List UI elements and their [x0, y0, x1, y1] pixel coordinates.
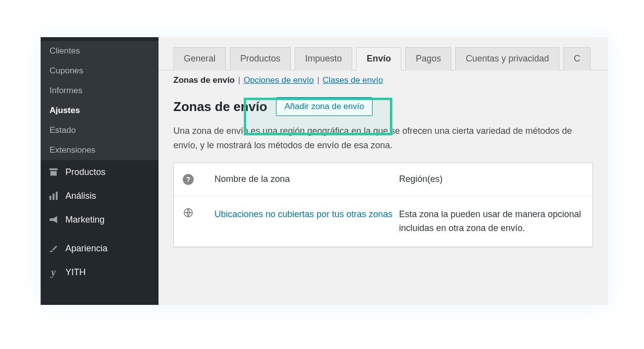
help-icon[interactable]: ?	[183, 174, 194, 185]
svg-rect-2	[50, 196, 52, 200]
tab-productos[interactable]: Productos	[230, 47, 291, 70]
svg-rect-1	[51, 171, 57, 175]
sidebar-item-analisis[interactable]: Análisis	[41, 184, 159, 208]
yith-icon: y	[48, 266, 59, 278]
subtab-zonas[interactable]: Zonas de envío	[173, 75, 235, 85]
brush-icon	[48, 242, 59, 254]
column-header-region: Región(es)	[399, 174, 584, 184]
tab-general[interactable]: General	[173, 47, 226, 70]
main-content: General Productos Impuesto Envío Pagos C…	[159, 37, 608, 305]
sidebar-item-label: Productos	[65, 167, 106, 177]
megaphone-icon	[48, 214, 59, 226]
woocommerce-submenu: Clientes Cupones Informes Ajustes Estado…	[41, 41, 159, 160]
zone-name-link[interactable]: Ubicaciones no cubiertas por tus otras z…	[215, 207, 399, 222]
svg-rect-4	[56, 192, 58, 200]
svg-rect-0	[50, 169, 58, 171]
sidebar-sub-clientes[interactable]: Clientes	[41, 41, 159, 61]
sidebar-item-label: Apariencia	[65, 243, 107, 254]
sidebar-item-apariencia[interactable]: Apariencia	[41, 236, 159, 260]
admin-sidebar: Clientes Cupones Informes Ajustes Estado…	[41, 37, 159, 305]
sidebar-item-label: YITH	[65, 267, 86, 278]
sidebar-item-yith[interactable]: y YITH	[41, 260, 159, 284]
globe-icon	[183, 207, 194, 218]
sidebar-sub-cupones[interactable]: Cupones	[41, 61, 159, 81]
shipping-subtabs: Zonas de envío | Opciones de envío | Cla…	[159, 70, 608, 85]
settings-tabs: General Productos Impuesto Envío Pagos C…	[159, 37, 608, 70]
column-header-name: Nombre de la zona	[215, 174, 399, 184]
shipping-zones-table: ? Nombre de la zona Región(es) Ubicacion…	[173, 163, 593, 248]
section-description: Una zona de envío es una región geográfi…	[159, 124, 608, 163]
svg-rect-3	[53, 193, 54, 200]
sidebar-item-productos[interactable]: Productos	[41, 160, 159, 184]
subtab-opciones[interactable]: Opciones de envío	[244, 75, 314, 85]
chart-icon	[48, 190, 59, 202]
sidebar-sub-informes[interactable]: Informes	[41, 81, 159, 101]
sidebar-item-marketing[interactable]: Marketing	[41, 208, 159, 232]
archive-icon	[48, 166, 59, 178]
zone-region-text: Esta zona la pueden usar de manera opcio…	[399, 207, 584, 236]
row-icon-column	[183, 207, 215, 218]
section-header: Zonas de envío Añadir zona de envío	[159, 85, 608, 124]
tab-envio[interactable]: Envío	[356, 47, 401, 70]
sidebar-sub-ajustes[interactable]: Ajustes	[41, 101, 159, 120]
help-icon-column: ?	[183, 174, 215, 185]
sidebar-item-label: Marketing	[65, 215, 105, 225]
sidebar-sub-extensiones[interactable]: Extensiones	[41, 140, 159, 160]
subtab-clases[interactable]: Clases de envío	[322, 75, 383, 85]
add-shipping-zone-button[interactable]: Añadir zona de envío	[276, 97, 373, 116]
tab-cuentas[interactable]: Cuentas y privacidad	[455, 47, 559, 70]
tab-pagos[interactable]: Pagos	[405, 47, 451, 70]
table-header-row: ? Nombre de la zona Región(es)	[174, 163, 592, 196]
tab-impuesto[interactable]: Impuesto	[295, 47, 352, 70]
table-row: Ubicaciones no cubiertas por tus otras z…	[174, 196, 592, 247]
tab-cutoff[interactable]: C	[563, 47, 590, 70]
sidebar-sub-estado[interactable]: Estado	[41, 120, 159, 140]
page-title: Zonas de envío	[173, 99, 267, 115]
sidebar-item-label: Análisis	[65, 191, 96, 201]
